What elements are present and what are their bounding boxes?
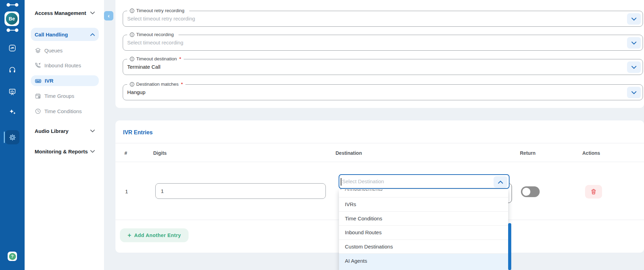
- dropdown-toggle-button[interactable]: [627, 87, 641, 98]
- chevron-down-icon: [631, 17, 637, 21]
- sidebar-item-label: Call Handling: [35, 32, 68, 37]
- plus-icon: +: [128, 232, 131, 239]
- field-placeholder: Select timeout retry recording: [127, 11, 195, 26]
- headset-icon[interactable]: [0, 66, 25, 74]
- sidebar-item-inbound-routes[interactable]: Inbound Routes: [31, 60, 99, 71]
- help-button[interactable]: ?: [8, 252, 17, 261]
- active-rail-indicator: [4, 132, 5, 143]
- sidebar-item-label: Queues: [44, 48, 63, 53]
- sidebar-item-label: Audio Library: [35, 128, 69, 134]
- dropdown-option-announcements[interactable]: Announcements: [339, 189, 508, 197]
- chevron-down-icon: [90, 11, 95, 15]
- icon-rail: Be ?: [0, 0, 25, 270]
- column-header-return: Return: [520, 150, 536, 156]
- sidebar-item-queues[interactable]: Queues: [31, 45, 99, 56]
- divider: [115, 162, 644, 162]
- brand-logo-text: Be: [6, 13, 18, 25]
- trash-icon: [590, 188, 597, 195]
- required-marker: *: [179, 56, 181, 61]
- sidebar-nav: Access Management Call Handling Queues I…: [25, 0, 104, 270]
- sidebar-item-label: Time Groups: [44, 93, 74, 99]
- destination-matches-select[interactable]: Destination matches * Hangup: [123, 84, 643, 100]
- divider: [115, 143, 644, 143]
- chevron-down-icon: [631, 91, 637, 94]
- row-index: 1: [125, 188, 128, 194]
- sparkles-icon[interactable]: [0, 108, 25, 116]
- sidebar-item-access-management[interactable]: Access Management: [31, 6, 99, 19]
- dropdown-option-time-conditions[interactable]: Time Conditions: [339, 211, 508, 226]
- monitor-stats-icon[interactable]: [0, 88, 25, 96]
- chevron-down-icon: [631, 41, 637, 45]
- main-content: Timeout retry recording Select timeout r…: [104, 0, 644, 270]
- chevron-up-icon: [90, 33, 95, 36]
- column-header-digits: Digits: [153, 150, 167, 156]
- sidebar-item-time-conditions[interactable]: Time Conditions: [31, 106, 99, 117]
- sidebar-collapse-button[interactable]: ‹: [104, 11, 113, 20]
- app-window: Be ? Access Management Call: [0, 0, 644, 270]
- sidebar-item-audio-library[interactable]: Audio Library: [31, 124, 99, 137]
- section-title: IVR Entries: [123, 129, 153, 136]
- dropdown-option-custom-destinations[interactable]: Custom Destinations: [339, 239, 508, 254]
- sidebar-item-label: IVR: [45, 78, 53, 84]
- sidebar-item-label: Time Conditions: [44, 108, 82, 114]
- sidebar-item-ivr[interactable]: IVR: [31, 75, 99, 86]
- column-header-index: #: [124, 150, 127, 156]
- inbound-phone-icon: [35, 62, 41, 69]
- dropdown-option-ivrs[interactable]: IVRs: [339, 197, 508, 211]
- clock-icon: [35, 108, 41, 115]
- settings-gear-icon[interactable]: [5, 130, 19, 144]
- dropdown-scrollbar-thumb[interactable]: [508, 223, 511, 270]
- required-marker: *: [181, 82, 183, 87]
- sidebar-item-call-handling[interactable]: Call Handling: [31, 28, 99, 41]
- brand-logo[interactable]: Be: [5, 11, 19, 26]
- dropdown-option-inbound-routes[interactable]: Inbound Routes: [339, 225, 508, 239]
- dropdown-toggle-button[interactable]: [627, 13, 641, 25]
- node-link-icon[interactable]: [0, 27, 25, 33]
- node-link-icon[interactable]: [0, 2, 25, 8]
- help-icon: ?: [9, 253, 16, 260]
- dropdown-collapse-button[interactable]: [494, 176, 507, 188]
- voicemail-icon: [35, 77, 42, 84]
- chevron-down-icon: [631, 66, 637, 69]
- timeout-destination-select[interactable]: Timeout destination * Terminate Call: [123, 59, 643, 75]
- ivr-settings-card: Timeout retry recording Select timeout r…: [115, 0, 644, 108]
- sidebar-item-time-groups[interactable]: Time Groups: [31, 91, 99, 101]
- add-button-label: Add Another Entry: [134, 233, 181, 238]
- add-another-entry-button[interactable]: + Add Another Entry: [120, 228, 189, 242]
- sidebar-item-label: Monitoring & Reports: [35, 149, 88, 154]
- destination-combobox[interactable]: Select Destination: [339, 174, 510, 189]
- destination-dropdown-list: Announcements IVRs Time Conditions Inbou…: [339, 189, 508, 270]
- column-header-actions: Actions: [582, 150, 600, 156]
- dropdown-toggle-button[interactable]: [627, 37, 641, 49]
- timeout-retry-recording-select[interactable]: Timeout retry recording Select timeout r…: [123, 11, 643, 27]
- field-placeholder: Select timeout recording: [127, 35, 183, 50]
- chevron-up-icon: [498, 180, 503, 184]
- sidebar-item-label: Inbound Routes: [44, 62, 81, 68]
- text-caret: [341, 178, 341, 186]
- dropdown-toggle-button[interactable]: [627, 61, 641, 73]
- calendar-icon: [35, 93, 41, 99]
- dropdown-option-ai-agents[interactable]: AI Agents: [339, 253, 508, 270]
- sidebar-item-label: Access Management: [35, 10, 86, 16]
- destination-placeholder: Select Destination: [342, 175, 384, 188]
- queues-layers-icon: [35, 47, 41, 54]
- dashboard-gauge-icon[interactable]: [0, 44, 25, 52]
- column-header-destination: Destination: [336, 150, 362, 156]
- digits-input[interactable]: [155, 183, 326, 199]
- toggle-knob: [522, 188, 530, 196]
- return-toggle[interactable]: [521, 186, 540, 197]
- field-value: Hangup: [127, 85, 146, 100]
- delete-entry-button[interactable]: [585, 185, 602, 199]
- chevron-down-icon: [90, 129, 95, 133]
- chevron-down-icon: [90, 150, 95, 153]
- sidebar-item-monitoring-reports[interactable]: Monitoring & Reports: [31, 145, 99, 158]
- timeout-recording-select[interactable]: Timeout recording Select timeout recordi…: [123, 35, 643, 51]
- field-value: Terminate Call: [127, 59, 160, 75]
